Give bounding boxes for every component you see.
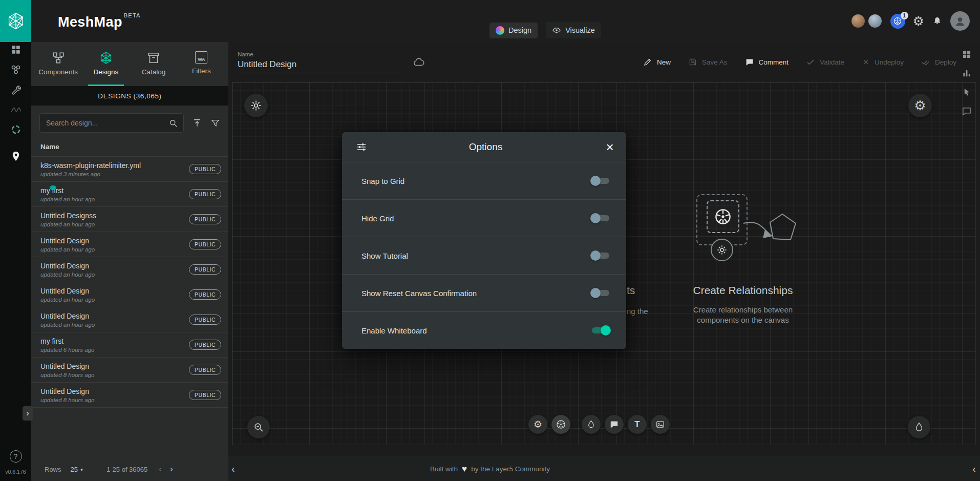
design-name: Untitled Design — [40, 287, 189, 295]
show-tutorial-toggle[interactable] — [590, 250, 611, 261]
dashboard-icon[interactable] — [10, 44, 22, 56]
save-as-button[interactable]: Save As — [688, 57, 728, 67]
shapes-icon — [586, 420, 596, 429]
performance-icon[interactable] — [10, 103, 22, 116]
page-size-select[interactable]: 25 ▾ — [71, 466, 83, 473]
help-button[interactable]: ? — [10, 450, 22, 463]
chart-icon[interactable] — [962, 68, 972, 78]
comment-button[interactable]: Comment — [745, 57, 789, 67]
design-updated: updated an hour ago — [40, 271, 189, 278]
collaborator-avatar-1[interactable] — [850, 13, 866, 29]
design-updated: updated an hour ago — [40, 297, 189, 303]
tab-filters[interactable]: WA Filters — [178, 47, 225, 86]
shapes-tool-button[interactable] — [582, 415, 601, 434]
widgets-grid-icon[interactable] — [962, 49, 972, 59]
visibility-badge: PUBLIC — [189, 264, 221, 275]
new-button[interactable]: New — [643, 57, 671, 67]
filter-funnel-icon[interactable] — [210, 118, 220, 128]
deploy-button[interactable]: Deploy — [921, 57, 956, 67]
panel-tabs: Components Designs Catalog WA Filters — [31, 42, 228, 86]
heart-icon: ♥ — [462, 465, 467, 473]
design-name: Untitled Design — [40, 237, 189, 245]
design-name: Untitled Designss — [40, 212, 189, 220]
design-updated: updated an hour ago — [40, 246, 189, 253]
eye-icon — [552, 26, 561, 35]
design-list-item[interactable]: k8s-wasm-plugin-ratelimiter.yml updated … — [31, 157, 228, 182]
design-list-item[interactable]: Untitled Design updated an hour ago PUBL… — [31, 232, 228, 257]
design-list-item[interactable]: my first updated 6 hours ago PUBLIC — [31, 332, 228, 358]
previous-page-button[interactable]: ‹ — [159, 464, 162, 474]
design-list-item[interactable]: Untitled Design updated 8 hours ago PUBL… — [31, 383, 228, 408]
tab-label: Catalog — [142, 68, 166, 76]
publish-upload-icon[interactable] — [192, 118, 202, 128]
design-list-item[interactable]: Untitled Design updated an hour ago PUBL… — [31, 257, 228, 282]
design-name-input[interactable] — [238, 57, 400, 73]
media-tool-button[interactable] — [651, 415, 670, 434]
comment-icon — [609, 420, 619, 429]
zoom-button[interactable] — [247, 416, 270, 438]
meshery-logo-icon — [99, 51, 113, 65]
visibility-badge: PUBLIC — [189, 239, 221, 249]
design-list-item[interactable]: Untitled Design updated an hour ago PUBL… — [31, 282, 228, 307]
option-row-reset-confirmation: Show Reset Canvas Confirmation — [342, 274, 626, 311]
mesh-adapter-icon[interactable] — [10, 123, 22, 136]
reset-canvas-confirmation-toggle[interactable] — [590, 287, 611, 299]
pencil-icon — [643, 57, 652, 67]
user-avatar[interactable] — [950, 11, 970, 31]
text-tool-button[interactable]: T — [628, 415, 647, 434]
collapse-right-chevron[interactable]: ‹ — [972, 456, 976, 481]
comment-tool-button[interactable] — [605, 415, 624, 434]
enable-whiteboard-toggle[interactable] — [590, 325, 611, 336]
layer5-logo[interactable] — [0, 0, 31, 42]
context-count-badge: 1 — [901, 12, 908, 19]
search-input[interactable] — [46, 119, 168, 127]
kubernetes-context-button[interactable]: 1 — [890, 14, 905, 29]
design-owner-avatar-dot — [50, 185, 56, 190]
rail-expander[interactable]: › — [23, 406, 33, 421]
components-dock-button[interactable]: ⚙ — [528, 415, 547, 434]
snap-to-grid-toggle[interactable] — [590, 175, 611, 186]
action-label: Save As — [702, 58, 728, 66]
check-icon — [806, 57, 815, 67]
tab-components[interactable]: Components — [34, 47, 82, 86]
settings-gear-icon[interactable]: ⚙ — [913, 15, 924, 28]
visualize-mode-button[interactable]: Visualize — [546, 22, 601, 38]
collapse-panel-chevron[interactable]: ‹ — [231, 456, 235, 481]
help-icon: ? — [14, 452, 18, 461]
close-icon[interactable]: × — [603, 140, 617, 154]
notifications-bell-icon[interactable] — [932, 16, 943, 27]
design-list: k8s-wasm-plugin-ratelimiter.yml updated … — [31, 157, 228, 457]
version-label: v0.6.176 — [5, 469, 26, 475]
design-mode-button[interactable]: Design — [489, 23, 538, 38]
floppy-icon — [688, 57, 697, 67]
next-page-button[interactable]: › — [170, 464, 173, 474]
rows-label: Rows — [45, 466, 61, 473]
action-label: Comment — [759, 58, 789, 66]
chevron-right-icon: › — [26, 409, 29, 418]
meshmap-pin-icon[interactable] — [10, 150, 22, 162]
lifecycle-icon[interactable] — [10, 64, 22, 76]
tab-catalog[interactable]: Catalog — [130, 47, 178, 86]
design-list-item[interactable]: Untitled Design updated 8 hours ago PUBL… — [31, 358, 228, 383]
kubernetes-dock-button[interactable] — [551, 415, 570, 434]
pointer-icon[interactable] — [962, 87, 972, 97]
hide-grid-toggle[interactable] — [590, 213, 611, 224]
canvas-mesh-button[interactable] — [244, 94, 268, 117]
design-list-item[interactable]: my first updated an hour ago PUBLIC — [31, 182, 228, 207]
action-label: Undeploy — [875, 58, 904, 66]
option-label: Enable Whiteboard — [361, 326, 427, 335]
canvas-settings-button[interactable]: ⚙ — [908, 94, 932, 117]
app-title: MeshMapBETA — [58, 12, 141, 30]
ink-drop-button[interactable] — [908, 416, 930, 438]
tab-label: Filters — [192, 67, 211, 75]
tab-designs[interactable]: Designs — [82, 47, 130, 86]
configuration-wrench-icon[interactable] — [10, 83, 22, 96]
design-list-item[interactable]: Untitled Designss updated an hour ago PU… — [31, 207, 228, 232]
validate-button[interactable]: Validate — [806, 57, 844, 67]
collaborator-avatar-2[interactable] — [867, 13, 883, 29]
option-row-hide-grid: Hide Grid — [342, 199, 626, 237]
chat-icon[interactable] — [962, 106, 972, 116]
undeploy-button[interactable]: Undeploy — [862, 58, 904, 66]
design-list-item[interactable]: Untitled Design updated an hour ago PUBL… — [31, 307, 228, 332]
design-name: my first — [40, 186, 189, 195]
